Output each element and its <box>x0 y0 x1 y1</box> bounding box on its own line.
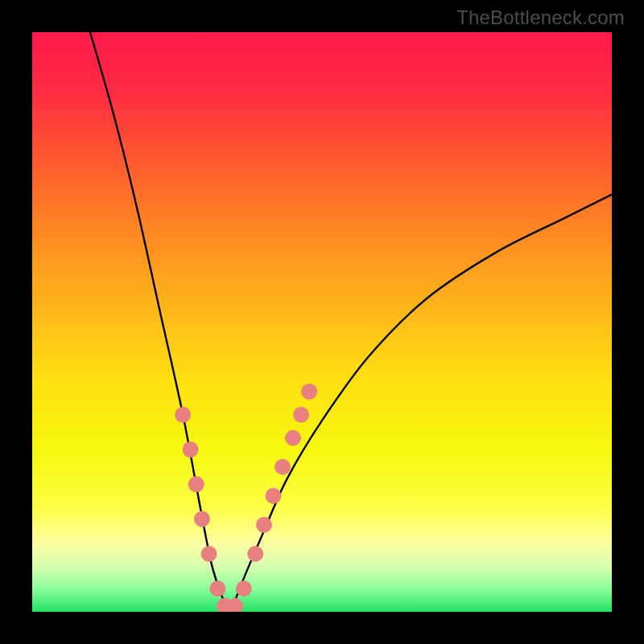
chart-frame: TheBottleneck.com <box>0 0 644 644</box>
data-marker <box>266 488 282 504</box>
data-marker <box>201 546 217 562</box>
bottleneck-curve <box>90 32 612 612</box>
data-marker <box>194 511 210 527</box>
data-marker <box>175 407 191 423</box>
data-marker <box>301 383 317 399</box>
data-marker <box>256 517 272 533</box>
plot-area <box>32 32 612 612</box>
data-marker <box>275 459 291 475</box>
data-marker <box>183 441 199 457</box>
data-marker <box>247 546 263 562</box>
data-marker <box>236 580 252 597</box>
marker-group <box>175 383 317 612</box>
watermark-text: TheBottleneck.com <box>456 6 625 29</box>
data-marker <box>188 477 204 493</box>
bottleneck-curve-layer <box>32 32 612 612</box>
data-marker <box>293 407 309 423</box>
data-marker <box>285 430 301 446</box>
data-marker <box>209 580 225 597</box>
